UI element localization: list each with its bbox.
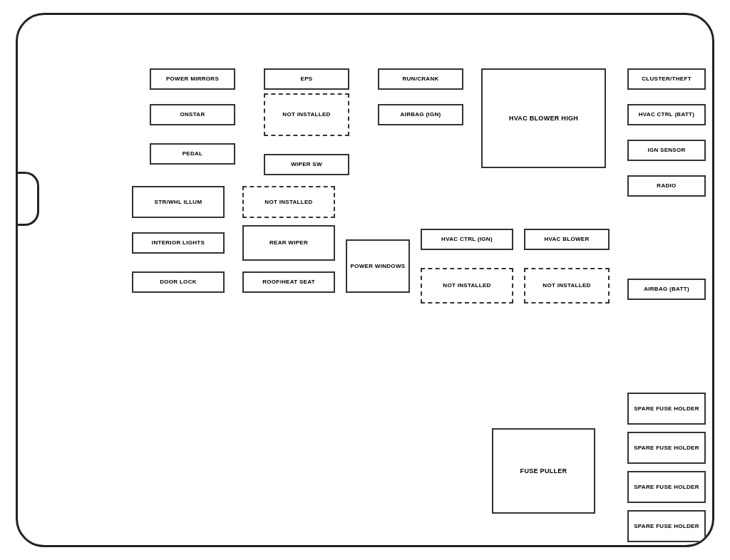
eps: EPS [264,68,349,90]
interior-lights: INTERIOR LIGHTS [132,232,225,254]
spare-fuse-2: SPARE FUSE HOLDER [627,432,706,464]
power-windows: POWER WINDOWS [346,239,410,293]
power-mirrors: POWER MIRRORS [150,68,235,90]
hvac-ctrl-ign: HVAC CTRL (IGN) [421,229,513,250]
spare-fuse-4: SPARE FUSE HOLDER [627,510,706,542]
rear-wiper: REAR WIPER [242,225,335,261]
hvac-ctrl-batt: HVAC CTRL (BATT) [627,104,706,125]
cluster-theft: CLUSTER/THEFT [627,68,706,90]
ign-sensor: IGN SENSOR [627,140,706,161]
str-whl-illum: STR/WHL ILLUM [132,186,225,218]
not-installed-4: NOT INSTALLED [524,268,610,304]
fuse-diagram: POWER MIRRORSEPSRUN/CRANKCLUSTER/THEFTON… [16,13,714,547]
diagram-content: POWER MIRRORSEPSRUN/CRANKCLUSTER/THEFTON… [18,15,712,545]
run-crank: RUN/CRANK [378,68,463,90]
hvac-blower: HVAC BLOWER [524,229,610,250]
spare-fuse-3: SPARE FUSE HOLDER [627,471,706,503]
not-installed-3: NOT INSTALLED [421,268,513,304]
airbag-ign: AIRBAG (IGN) [378,104,463,125]
pedal: PEDAL [150,143,235,165]
wiper-sw: WIPER SW [264,154,349,175]
not-installed-2: NOT INSTALLED [242,186,335,218]
onstar: ONSTAR [150,104,235,125]
not-installed-1: NOT INSTALLED [264,93,349,136]
hvac-blower-high: HVAC BLOWER HIGH [481,68,606,168]
spare-fuse-1: SPARE FUSE HOLDER [627,393,706,425]
fuse-puller: FUSE PULLER [492,428,595,514]
radio: RADIO [627,175,706,197]
door-lock: DOOR LOCK [132,271,225,293]
airbag-batt: AIRBAG (BATT) [627,279,706,300]
roof-heat-seat: ROOF/HEAT SEAT [242,271,335,293]
